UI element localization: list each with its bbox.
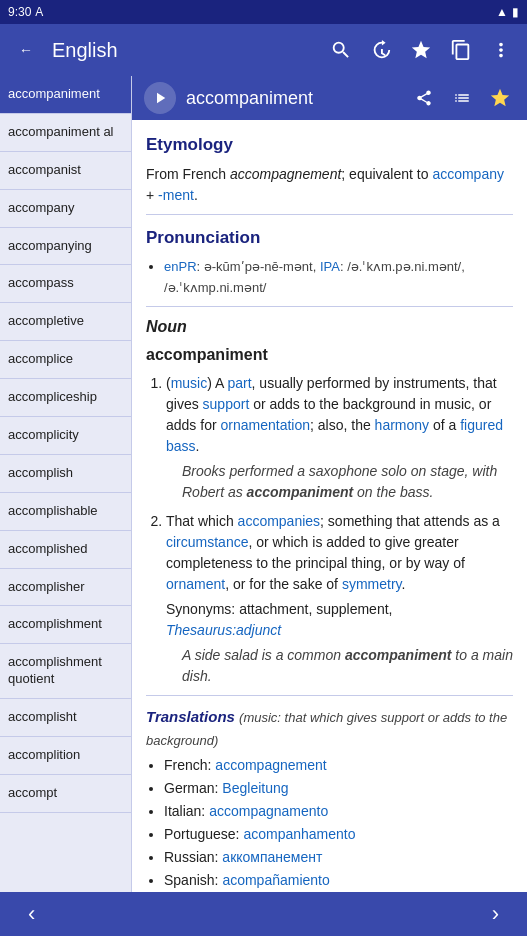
share-icon bbox=[415, 89, 433, 107]
thesaurus-link[interactable]: Thesaurus:adjunct bbox=[166, 622, 281, 638]
battery-icon: ▮ bbox=[512, 5, 519, 19]
translations-1-title: Translations (music: that which gives su… bbox=[146, 706, 513, 751]
def2-text: That which accompanies; something that a… bbox=[166, 513, 500, 592]
favorite-button[interactable] bbox=[485, 83, 515, 113]
sidebar-item-accomplishment-quotient[interactable]: accomplishment quotient bbox=[0, 644, 131, 699]
portuguese-label: Portuguese: bbox=[164, 826, 240, 842]
pronunciation-item: enPR: ə-kŭmʹpə-nē-mənt, IPA: /ə.ˈkʌm.pə.… bbox=[164, 256, 513, 298]
etymology-end: . bbox=[194, 187, 198, 203]
example-1-text: Brooks performed a saxophone solo on sta… bbox=[182, 463, 497, 500]
sidebar-item-accompletive[interactable]: accompletive bbox=[0, 303, 131, 341]
sidebar-item-accompanist[interactable]: accompanist bbox=[0, 152, 131, 190]
def2-ornament-link[interactable]: ornament bbox=[166, 576, 225, 592]
synonyms-text: attachment, supplement, bbox=[239, 601, 392, 617]
sidebar-item-accompanying[interactable]: accompanying bbox=[0, 228, 131, 266]
sidebar-item-accompass[interactable]: accompass bbox=[0, 265, 131, 303]
translation-portuguese: Portuguese: acompanhamento bbox=[164, 824, 513, 845]
def1-figured-bass-link[interactable]: figured bass bbox=[166, 417, 503, 454]
star-icon bbox=[410, 39, 432, 61]
next-button[interactable]: › bbox=[484, 893, 507, 935]
definition-1: (music) A part, usually performed by ins… bbox=[166, 373, 513, 503]
def1-part-link[interactable]: part bbox=[227, 375, 251, 391]
copy-button[interactable] bbox=[443, 32, 479, 68]
russian-label: Russian: bbox=[164, 849, 218, 865]
def1-music-link[interactable]: music bbox=[171, 375, 208, 391]
definition-2: That which accompanies; something that a… bbox=[166, 511, 513, 687]
etymology-ment-link[interactable]: -ment bbox=[158, 187, 194, 203]
sidebar-item-accomplishment[interactable]: accomplishment bbox=[0, 606, 131, 644]
pronunciation-title: Pronunciation bbox=[146, 225, 513, 251]
ipa-value2: /ə.ˈkʌmp.ni.mənt/ bbox=[164, 280, 266, 295]
search-button[interactable] bbox=[323, 32, 359, 68]
sidebar-item-accompany[interactable]: accompany bbox=[0, 190, 131, 228]
def2-symmetry-link[interactable]: symmetry bbox=[342, 576, 402, 592]
sidebar-item-accomplicity[interactable]: accomplicity bbox=[0, 417, 131, 455]
copy-icon bbox=[450, 39, 472, 61]
audio-word: accompaniment bbox=[186, 88, 399, 109]
wifi-icon: ▲ bbox=[496, 5, 508, 19]
def2-circumstance-link[interactable]: circumstance bbox=[166, 534, 248, 550]
back-button[interactable]: ← bbox=[8, 32, 44, 68]
sidebar-item-accomplition[interactable]: accomplition bbox=[0, 737, 131, 775]
ipa-label: IPA bbox=[320, 259, 340, 274]
synonyms-label: Synonyms: bbox=[166, 601, 235, 617]
sidebar-item-accompliceship[interactable]: accompliceship bbox=[0, 379, 131, 417]
translations-1-label: Translations bbox=[146, 708, 235, 725]
audio-header: accompaniment bbox=[132, 76, 527, 120]
definitions-list: (music) A part, usually performed by ins… bbox=[146, 373, 513, 687]
toolbar-icons bbox=[323, 32, 519, 68]
def1-support-link[interactable]: support bbox=[203, 396, 250, 412]
etymology-title: Etymology bbox=[146, 132, 513, 158]
more-icon bbox=[490, 39, 512, 61]
translation-italian: Italian: accompagnamento bbox=[164, 801, 513, 822]
noun-title: Noun bbox=[146, 315, 513, 339]
sidebar-item-accomplisht[interactable]: accomplisht bbox=[0, 699, 131, 737]
synonyms-line: Synonyms: attachment, supplement, Thesau… bbox=[166, 599, 513, 641]
russian-value[interactable]: аккомпанемент bbox=[222, 849, 322, 865]
sidebar-item-accomplice[interactable]: accomplice bbox=[0, 341, 131, 379]
sidebar-item-accomplished[interactable]: accomplished bbox=[0, 531, 131, 569]
german-value[interactable]: Begleitung bbox=[222, 780, 288, 796]
more-button[interactable] bbox=[483, 32, 519, 68]
back-icon: ← bbox=[19, 42, 33, 58]
sidebar-item-accomplishable[interactable]: accomplishable bbox=[0, 493, 131, 531]
content-area: accompaniment Etymology From French acco… bbox=[132, 76, 527, 892]
play-icon bbox=[151, 89, 169, 107]
def1-text: (music) A part, usually performed by ins… bbox=[166, 375, 503, 454]
status-time: 9:30 bbox=[8, 5, 31, 19]
play-button[interactable] bbox=[144, 82, 176, 114]
translation-russian: Russian: аккомпанемент bbox=[164, 847, 513, 868]
spanish-label: Spanish: bbox=[164, 872, 218, 888]
bookmark-button[interactable] bbox=[403, 32, 439, 68]
share-button[interactable] bbox=[409, 83, 439, 113]
etymology-accompany-link[interactable]: accompany bbox=[432, 166, 504, 182]
def1-harmony-link[interactable]: harmony bbox=[375, 417, 429, 433]
status-bar: 9:30 A ▲ ▮ bbox=[0, 0, 527, 24]
sidebar-item-accomplish[interactable]: accomplish bbox=[0, 455, 131, 493]
etymology-french-italic: accompagnement bbox=[230, 166, 341, 182]
def2-accompanies-link[interactable]: accompanies bbox=[238, 513, 321, 529]
portuguese-value[interactable]: acompanhamento bbox=[243, 826, 355, 842]
prev-button[interactable]: ‹ bbox=[20, 893, 43, 935]
sidebar-item-accompaniment[interactable]: accompaniment bbox=[0, 76, 131, 114]
sidebar-item-accomplisher[interactable]: accomplisher bbox=[0, 569, 131, 607]
etymology-french-word: accompagnement bbox=[230, 166, 341, 182]
def1-ornamentation-link[interactable]: ornamentation bbox=[220, 417, 310, 433]
spanish-value[interactable]: acompañamiento bbox=[222, 872, 329, 888]
example-2-bold: accompaniment bbox=[345, 647, 452, 663]
toolbar: ← English bbox=[0, 24, 527, 76]
list-button[interactable] bbox=[447, 83, 477, 113]
french-value[interactable]: accompagnement bbox=[215, 757, 326, 773]
history-icon bbox=[370, 39, 392, 61]
translation-french: French: accompagnement bbox=[164, 755, 513, 776]
etymology-pre: From French bbox=[146, 166, 230, 182]
sidebar: accompaniment accompaniment al accompani… bbox=[0, 76, 132, 892]
pronunciation-list: enPR: ə-kŭmʹpə-nē-mənt, IPA: /ə.ˈkʌm.pə.… bbox=[146, 256, 513, 298]
divider-2 bbox=[146, 306, 513, 307]
history-button[interactable] bbox=[363, 32, 399, 68]
status-right: ▲ ▮ bbox=[496, 5, 519, 19]
sidebar-item-accompt[interactable]: accompt bbox=[0, 775, 131, 813]
sidebar-item-accompaniment-al[interactable]: accompaniment al bbox=[0, 114, 131, 152]
divider-3 bbox=[146, 695, 513, 696]
italian-value[interactable]: accompagnamento bbox=[209, 803, 328, 819]
